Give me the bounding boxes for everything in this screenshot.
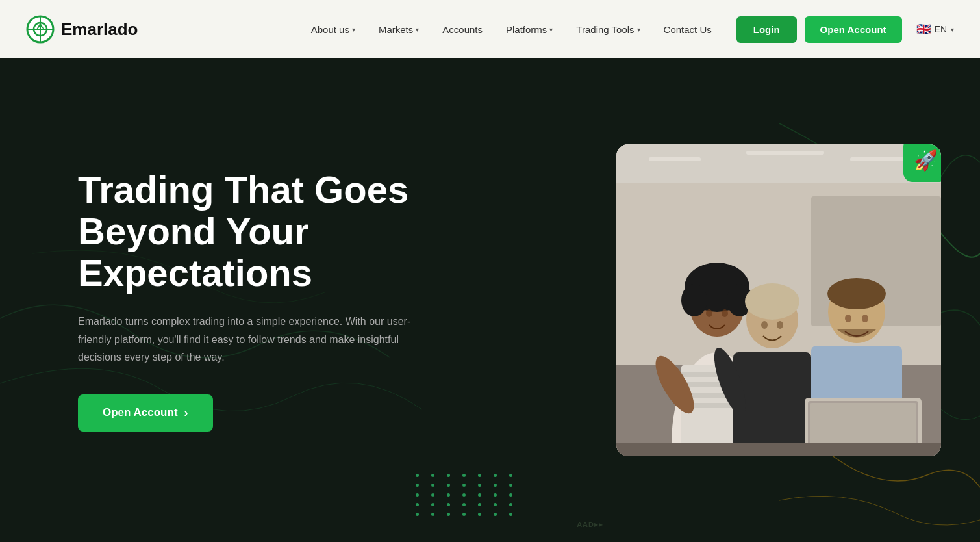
hero-image-panel: 🚀 (616, 144, 941, 456)
logo-icon (26, 15, 55, 44)
hero-cta-arrow: › (184, 406, 188, 420)
header-actions: Login Open Account 🇬🇧 EN ▾ (736, 16, 954, 43)
main-nav: About us ▾ Markets ▾ Accounts Platforms … (299, 18, 723, 42)
nav-label-trading-tools: Trading Tools (576, 24, 634, 35)
nav-item-accounts[interactable]: Accounts (431, 18, 494, 42)
dot (462, 503, 466, 506)
dot (431, 493, 434, 497)
login-button[interactable]: Login (736, 16, 797, 43)
svg-point-33 (845, 315, 851, 322)
dot (416, 493, 419, 497)
dot (509, 513, 512, 516)
svg-point-28 (777, 321, 783, 329)
svg-point-19 (681, 284, 707, 316)
svg-rect-6 (746, 151, 824, 155)
nav-item-trading-tools[interactable]: Trading Tools ▾ (564, 18, 651, 42)
dot (478, 493, 481, 497)
svg-point-26 (745, 283, 799, 320)
flag-icon: 🇬🇧 (916, 22, 931, 36)
svg-point-34 (862, 315, 868, 322)
hero-section: Trading That Goes Beyond Your Expectatio… (0, 58, 980, 542)
logo-text: Emarlado (61, 19, 138, 40)
nav-label-contact: Contact Us (664, 24, 712, 35)
dot (494, 513, 497, 516)
language-selector[interactable]: 🇬🇧 EN ▾ (916, 22, 954, 36)
dot (478, 503, 481, 506)
dot (509, 503, 512, 506)
dot (462, 513, 466, 516)
nav-item-contact[interactable]: Contact Us (652, 18, 723, 42)
nav-label-about: About us (311, 24, 349, 35)
dot (447, 484, 450, 487)
dot (447, 513, 450, 516)
dot (416, 474, 419, 477)
hero-cta-label: Open Account (103, 406, 178, 419)
dot (494, 493, 497, 497)
svg-rect-5 (649, 157, 701, 161)
watermark-text: AAD▸▸ (577, 521, 603, 529)
dot (494, 503, 497, 506)
svg-point-32 (827, 278, 886, 309)
dot (416, 513, 419, 516)
dot (447, 503, 450, 506)
dot (494, 484, 497, 487)
header: Emarlado About us ▾ Markets ▾ Accounts P… (0, 0, 980, 58)
svg-point-21 (706, 309, 712, 317)
nav-label-platforms: Platforms (506, 24, 547, 35)
dot (431, 503, 434, 506)
chevron-icon-about: ▾ (352, 26, 355, 33)
dot-grid (416, 474, 518, 516)
dot (447, 493, 450, 497)
rocket-badge: 🚀 (903, 144, 941, 182)
language-label: EN (935, 24, 947, 34)
nav-label-markets: Markets (379, 24, 413, 35)
svg-point-27 (761, 321, 768, 329)
dot (494, 474, 497, 477)
hero-content: Trading That Goes Beyond Your Expectatio… (0, 130, 487, 471)
open-account-button-header[interactable]: Open Account (805, 16, 902, 43)
dot (509, 493, 512, 497)
dot (462, 493, 466, 497)
dot (431, 474, 434, 477)
chevron-icon-markets: ▾ (416, 26, 419, 33)
chevron-icon-lang: ▾ (951, 26, 954, 33)
hero-subtitle: Emarlado turns complex trading into a si… (78, 313, 429, 366)
dot (431, 513, 434, 516)
dot (478, 484, 481, 487)
dot (509, 474, 512, 477)
nav-item-markets[interactable]: Markets ▾ (367, 18, 431, 42)
dot (462, 474, 466, 477)
chevron-icon-trading-tools: ▾ (637, 26, 640, 33)
rocket-icon: 🚀 (914, 149, 938, 172)
hero-cta-button[interactable]: Open Account › (78, 394, 213, 432)
hero-title: Trading That Goes Beyond Your Expectatio… (78, 169, 448, 293)
svg-rect-39 (616, 443, 941, 456)
dot (509, 484, 512, 487)
dot (447, 474, 450, 477)
dot (416, 484, 419, 487)
dot (478, 474, 481, 477)
svg-point-22 (722, 309, 728, 317)
people-illustration (616, 144, 941, 456)
nav-item-platforms[interactable]: Platforms ▾ (494, 18, 564, 42)
nav-item-about[interactable]: About us ▾ (299, 18, 367, 42)
dot (462, 484, 466, 487)
nav-label-accounts: Accounts (442, 24, 483, 35)
dot (416, 503, 419, 506)
dot (478, 513, 481, 516)
dot (431, 484, 434, 487)
logo-link[interactable]: Emarlado (26, 15, 138, 44)
chevron-icon-platforms: ▾ (549, 26, 553, 33)
